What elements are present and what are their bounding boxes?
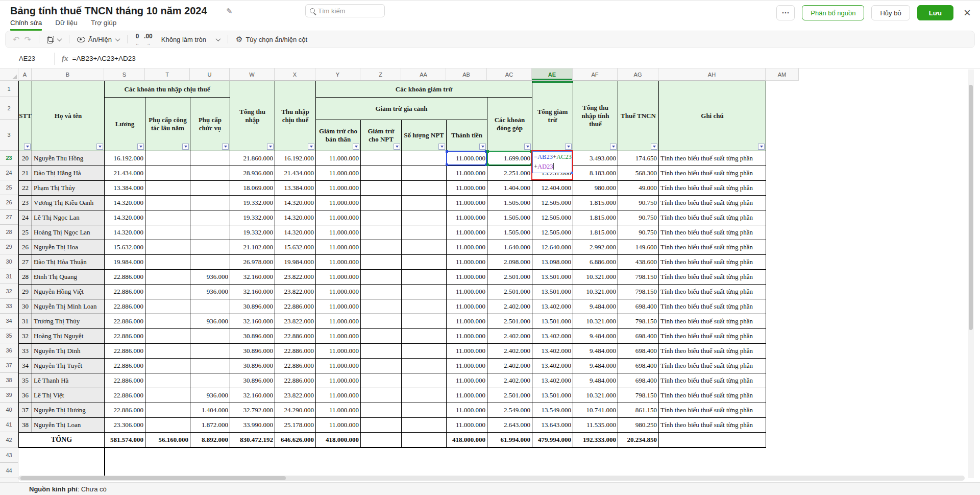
cell-B23[interactable]: Nguyễn Thu Hồng (32, 151, 105, 166)
cell-AA37[interactable] (402, 359, 447, 373)
column-header-b[interactable]: B (32, 68, 104, 81)
cell-AC33[interactable]: 2.402.000 (487, 299, 532, 314)
filter-button-npt[interactable] (394, 144, 400, 150)
cell-AH29[interactable]: Tính theo biểu thuế suất từng phần (659, 240, 766, 255)
cell-T23[interactable] (145, 151, 190, 166)
cell-AH42[interactable] (659, 433, 766, 448)
cell-U32[interactable]: 936.000 (190, 285, 230, 299)
cell-AH39[interactable]: Tính theo biểu thuế suất từng phần (659, 388, 766, 403)
cell-AB28[interactable]: 11.000.000 (447, 225, 487, 240)
cell-T41[interactable] (145, 418, 190, 433)
cell-B24[interactable]: Đào Thị Hằng Hà (32, 166, 105, 181)
column-header-aa[interactable]: AA (401, 68, 446, 81)
cell-AA32[interactable] (402, 285, 447, 299)
cell-B29[interactable]: Nguyễn Thị Hoa (32, 240, 105, 255)
cell-AF39[interactable]: 10.321.000 (573, 388, 618, 403)
cell-AH37[interactable]: Tính theo biểu thuế suất từng phần (659, 359, 766, 373)
cell-B25[interactable]: Phạm Thị Thủy (32, 181, 105, 196)
header-stt[interactable]: STT (19, 81, 32, 151)
column-header-ah[interactable]: AH (658, 68, 766, 81)
cell-AE32[interactable]: 13.501.000 (532, 285, 573, 299)
row-header-40[interactable]: 40 (0, 403, 18, 417)
cell-A32[interactable]: 29 (19, 285, 32, 299)
row-header-41[interactable]: 41 (0, 417, 18, 432)
cell-S27[interactable]: 14.320.000 (105, 210, 145, 225)
cell-Y36[interactable]: 11.000.000 (316, 344, 361, 359)
cell-S42[interactable]: 581.574.000 (105, 433, 145, 448)
header-amount[interactable]: Thành tiền (447, 120, 487, 151)
cell-AE37[interactable]: 13.402.000 (532, 359, 573, 373)
cell-AG29[interactable]: 149.600 (618, 240, 659, 255)
cell-B37[interactable]: Nguyễn Thị Tuyết (32, 359, 105, 373)
cell-AE42[interactable]: 479.994.000 (532, 433, 573, 448)
cell-AH34[interactable]: Tính theo biểu thuế suất từng phần (659, 314, 766, 329)
cell-AE39[interactable]: 13.501.000 (532, 388, 573, 403)
cell-AC29[interactable]: 1.640.000 (487, 240, 532, 255)
cell-AF26[interactable]: 1.815.000 (573, 196, 618, 210)
cell-AF36[interactable]: 9.484.000 (573, 344, 618, 359)
cell-AE28[interactable]: 12.505.000 (532, 225, 573, 240)
cell-U38[interactable] (190, 373, 230, 388)
header-income-group[interactable]: Các khoản thu nhập chịu thuế (105, 81, 230, 98)
cell-Y27[interactable]: 11.000.000 (316, 210, 361, 225)
cell-AE30[interactable]: 13.098.000 (532, 255, 573, 270)
row-header-32[interactable]: 32 (0, 284, 18, 299)
cell-T28[interactable] (145, 225, 190, 240)
row-header-23[interactable]: 23 (0, 151, 18, 166)
cell-S33[interactable]: 22.886.000 (105, 299, 145, 314)
cell-AC41[interactable]: 2.643.000 (487, 418, 532, 433)
column-header-ab[interactable]: AB (446, 68, 487, 81)
cell-AB35[interactable]: 11.000.000 (447, 329, 487, 344)
row-header-39[interactable]: 39 (0, 388, 18, 403)
cell-AC30[interactable]: 2.098.000 (487, 255, 532, 270)
cell-S30[interactable]: 19.984.000 (105, 255, 145, 270)
cell-A39[interactable]: 36 (19, 388, 32, 403)
cell-X29[interactable]: 15.632.000 (275, 240, 316, 255)
header-total-deduction[interactable]: Tổng giảm trừ (532, 81, 573, 151)
search-input[interactable]: Tìm kiếm (305, 4, 385, 17)
column-header-ag[interactable]: AG (618, 68, 658, 81)
cell-AG36[interactable]: 698.400 (618, 344, 659, 359)
cell-Z36[interactable] (361, 344, 402, 359)
cell-A30[interactable]: 27 (19, 255, 32, 270)
cell-T29[interactable] (145, 240, 190, 255)
rounding-dropdown[interactable]: Không làm tròn (161, 36, 220, 43)
cell-AC34[interactable]: 2.501.000 (487, 314, 532, 329)
cell-U30[interactable] (190, 255, 230, 270)
cell-Y29[interactable]: 11.000.000 (316, 240, 361, 255)
cell-AA30[interactable] (402, 255, 447, 270)
cell-AF33[interactable]: 9.484.000 (573, 299, 618, 314)
column-header-af[interactable]: AF (573, 68, 618, 81)
cell-Y35[interactable]: 11.000.000 (316, 329, 361, 344)
cell-T26[interactable] (145, 196, 190, 210)
cell-AG42[interactable]: 20.234.850 (618, 433, 659, 448)
cell-AA42[interactable] (402, 433, 447, 448)
header-contributions[interactable]: Các khoản đóng góp (487, 98, 532, 151)
row-header-29[interactable]: 29 (0, 240, 18, 254)
cell-U36[interactable] (190, 344, 230, 359)
cell-Z32[interactable] (361, 285, 402, 299)
row-header-37[interactable]: 37 (0, 358, 18, 373)
column-header-u[interactable]: U (190, 68, 230, 81)
cell-B39[interactable]: Lê Thị Việt (32, 388, 105, 403)
cell-S24[interactable]: 21.434.000 (105, 166, 145, 181)
cell-U39[interactable]: 936.000 (190, 388, 230, 403)
cell-Y31[interactable]: 11.000.000 (316, 270, 361, 285)
cell-B38[interactable]: Lê Thanh Hà (32, 373, 105, 388)
row-header-3[interactable]: 3 (0, 120, 18, 151)
cell-Y37[interactable]: 11.000.000 (316, 359, 361, 373)
filter-button-taxable-income[interactable] (308, 144, 314, 150)
cell-X38[interactable]: 22.886.000 (275, 373, 316, 388)
cell-T33[interactable] (145, 299, 190, 314)
copy-button[interactable] (47, 36, 61, 43)
cell-AB34[interactable]: 11.000.000 (447, 314, 487, 329)
cell-AC42[interactable]: 61.994.000 (487, 433, 532, 448)
cell-U33[interactable] (190, 299, 230, 314)
cell-AH25[interactable]: Tính theo biểu thuế suất từng phần (659, 181, 766, 196)
cell-Z34[interactable] (361, 314, 402, 329)
cell-AE26[interactable]: 12.505.000 (532, 196, 573, 210)
cell-W32[interactable]: 32.160.000 (230, 285, 275, 299)
cell-Y23[interactable]: 11.000.000 (316, 151, 361, 166)
cell-Z35[interactable] (361, 329, 402, 344)
column-header-a[interactable]: A (18, 68, 32, 81)
